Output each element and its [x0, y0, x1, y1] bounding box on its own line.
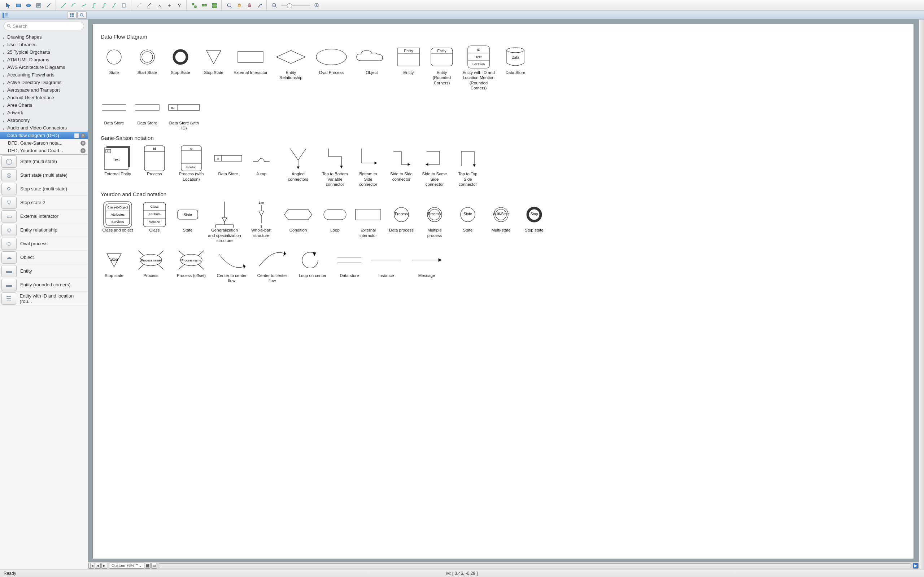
shape-cell[interactable]: StateState: [454, 202, 481, 243]
shape-cell[interactable]: Center to center flow: [255, 248, 289, 284]
shape-list-item[interactable]: ◎Start state (multi state): [0, 168, 88, 182]
shape-cell[interactable]: idTextExternal Entity: [101, 146, 135, 187]
library-panel-toggle[interactable]: [0, 11, 11, 19]
arrow-multi[interactable]: [155, 2, 164, 10]
shape-cell[interactable]: Data Store: [134, 95, 161, 131]
shape-cell[interactable]: Generalization and specialization struct…: [208, 202, 241, 243]
shape-cell[interactable]: idProcess: [141, 146, 168, 187]
shape-cell[interactable]: Loop: [321, 202, 348, 243]
shape-cell[interactable]: Entity Relationship: [274, 45, 308, 91]
shape-cell[interactable]: Loop on center: [296, 248, 330, 284]
grid-view-button[interactable]: [67, 11, 76, 19]
shape-cell[interactable]: Top to Top Side connector: [454, 146, 481, 187]
shape-list-item[interactable]: ⭘Stop state (multi state): [0, 182, 88, 196]
dropper-tool[interactable]: [255, 2, 264, 10]
connector-round[interactable]: [99, 2, 109, 10]
shape-list-item[interactable]: ▭External interactor: [0, 210, 88, 223]
shape-cell[interactable]: Start State: [134, 45, 161, 91]
ellipse-tool[interactable]: [24, 2, 33, 10]
shape-cell[interactable]: ProcessMultiple process: [421, 202, 448, 243]
align-tool-1[interactable]: [189, 2, 199, 10]
shape-cell[interactable]: EntityEntity: [395, 45, 422, 91]
zoom-tool[interactable]: [225, 2, 234, 10]
save-icon[interactable]: [74, 133, 79, 138]
shape-list-item[interactable]: ▽Stop state 2: [0, 196, 88, 210]
tree-item[interactable]: Accounting Flowcharts: [0, 71, 88, 79]
zoom-in-button[interactable]: [312, 2, 321, 10]
connector-arc[interactable]: [69, 2, 78, 10]
page-next[interactable]: ▸: [102, 563, 107, 569]
shape-cell[interactable]: Message: [410, 248, 444, 284]
shape-cell[interactable]: External interactor: [355, 202, 381, 243]
connector-spline[interactable]: [109, 2, 119, 10]
shape-cell[interactable]: ClassAttributeServiceClass: [141, 202, 168, 243]
shape-cell[interactable]: Side to Side connector: [388, 146, 415, 187]
shape-cell[interactable]: Data store: [336, 248, 363, 284]
tree-subitem[interactable]: DFD, Yourdon and Coad...✕: [0, 147, 88, 154]
rect-tool[interactable]: [14, 2, 23, 10]
zoom-dropdown[interactable]: Custom 76% ⌃⌄: [109, 562, 144, 569]
shape-list-item[interactable]: ◇Entity relationship: [0, 223, 88, 237]
view-mode-1[interactable]: ▦: [145, 563, 150, 569]
shape-cell[interactable]: Object: [355, 45, 389, 91]
tree-subitem[interactable]: DFD, Gane-Sarson nota...✕: [0, 139, 88, 147]
tree-item[interactable]: Area Charts: [0, 102, 88, 109]
tree-item[interactable]: Active Directory Diagrams: [0, 79, 88, 86]
shape-list-item[interactable]: ▬Entity: [0, 264, 88, 278]
tree-item-active[interactable]: Data flow diagram (DFD)✕: [0, 132, 88, 139]
align-tool-3[interactable]: [210, 2, 219, 10]
shape-list-item[interactable]: ☁Object: [0, 251, 88, 264]
shape-cell[interactable]: External Interactor: [234, 45, 267, 91]
tree-item[interactable]: Aerospace and Transport: [0, 86, 88, 94]
shape-cell[interactable]: Stop State: [167, 45, 194, 91]
shape-cell[interactable]: State: [101, 45, 128, 91]
shape-cell[interactable]: StopStop state: [101, 248, 128, 284]
shape-cell[interactable]: DataData Store: [502, 45, 529, 91]
shape-cell[interactable]: Condition: [281, 202, 315, 243]
arrow-line[interactable]: [134, 2, 144, 10]
arrow-bi[interactable]: [165, 2, 174, 10]
line-tool[interactable]: [44, 2, 53, 10]
shape-cell[interactable]: 1,m1Whole-part structure: [248, 202, 275, 243]
tree-item[interactable]: Audio and Video Connectors: [0, 124, 88, 132]
shape-cell[interactable]: Top to Bottom Variable connector: [321, 146, 348, 187]
shape-cell[interactable]: IDTextLocationEntity with ID and Locatio…: [462, 45, 496, 91]
search-input[interactable]: Search: [3, 22, 84, 30]
shape-cell[interactable]: idData Store: [215, 146, 241, 187]
page-first[interactable]: ⎮◂: [89, 563, 94, 569]
connector-direct[interactable]: [59, 2, 68, 10]
search-button[interactable]: [77, 11, 87, 19]
vertical-scrollbar[interactable]: [919, 19, 924, 569]
shape-cell[interactable]: Multi-StateMulti-state: [488, 202, 514, 243]
connector-bezier[interactable]: [79, 2, 89, 10]
shape-cell[interactable]: Side to Same Side connector: [421, 146, 448, 187]
page-prev[interactable]: ◂: [95, 563, 101, 569]
arrow-curve[interactable]: [144, 2, 154, 10]
pointer-tool[interactable]: [3, 2, 13, 10]
tree-item[interactable]: Artwork: [0, 109, 88, 116]
tree-item[interactable]: Android User Interface: [0, 94, 88, 102]
zoom-out-button[interactable]: [270, 2, 279, 10]
shape-list-item[interactable]: ▬Entity (rounded corners): [0, 278, 88, 292]
shape-cell[interactable]: Class-&-ObjectAttributesServicesClass an…: [101, 202, 135, 243]
shape-cell[interactable]: ProcessData process: [388, 202, 415, 243]
tree-item[interactable]: Astronomy: [0, 116, 88, 124]
view-mode-2[interactable]: ▭: [151, 563, 157, 569]
tree-item[interactable]: Drawing Shapes: [0, 33, 88, 41]
shape-cell[interactable]: Stop State: [200, 45, 227, 91]
shape-cell[interactable]: Center to center flow: [215, 248, 249, 284]
shape-cell[interactable]: Data Store: [101, 95, 128, 131]
shape-list-item[interactable]: ◯State (multi state): [0, 155, 88, 168]
shape-cell[interactable]: StateState: [174, 202, 201, 243]
shape-list-item[interactable]: ☰Entity with ID and location (rou...: [0, 292, 88, 305]
hscrollbar[interactable]: [159, 563, 911, 568]
tree-item[interactable]: User Libraries: [0, 41, 88, 48]
arrow-split[interactable]: [175, 2, 184, 10]
shape-cell[interactable]: Process nameProcess (offset): [174, 248, 208, 284]
shape-cell[interactable]: IDData Store (with ID): [167, 95, 201, 131]
shape-cell[interactable]: Bottom to Side connector: [355, 146, 381, 187]
zoom-slider[interactable]: [281, 5, 310, 6]
close-icon[interactable]: ✕: [81, 133, 86, 138]
shape-list-item[interactable]: ⬭Oval process: [0, 237, 88, 251]
close-icon[interactable]: ✕: [81, 141, 86, 146]
